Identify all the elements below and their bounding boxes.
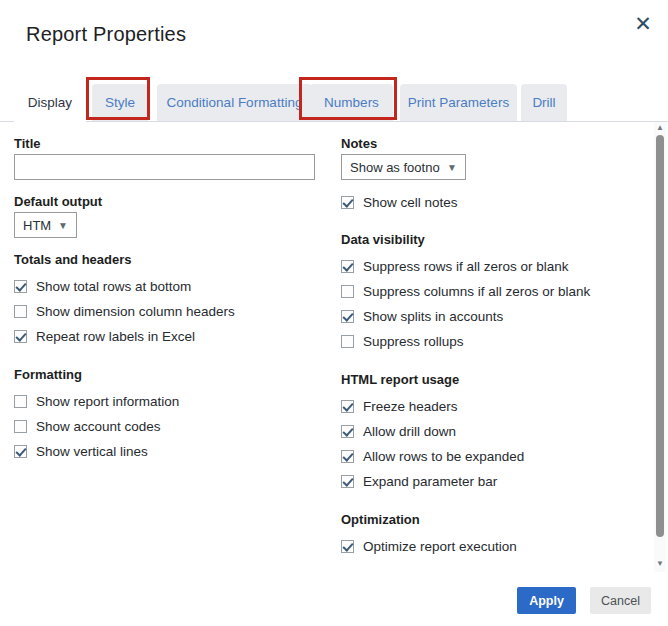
default-output-value: HTML bbox=[23, 218, 51, 233]
checkbox-row[interactable]: Suppress rollups bbox=[341, 333, 464, 349]
checkbox-row[interactable]: Expand parameter bar bbox=[341, 473, 497, 489]
checkbox-row[interactable]: Suppress columns if all zeros or blank bbox=[341, 283, 590, 299]
tab-strip-divider bbox=[0, 121, 668, 122]
checkbox-icon[interactable] bbox=[341, 400, 354, 413]
checkbox-label: Show vertical lines bbox=[36, 444, 148, 459]
section-formatting: Formatting bbox=[14, 367, 82, 382]
checkbox-label: Show account codes bbox=[36, 419, 161, 434]
scroll-down-icon[interactable]: ▼ bbox=[654, 558, 666, 570]
checkbox-icon[interactable] bbox=[14, 445, 27, 458]
chevron-down-icon: ▼ bbox=[447, 162, 457, 173]
cancel-button[interactable]: Cancel bbox=[590, 587, 651, 614]
checkbox-icon[interactable] bbox=[14, 420, 27, 433]
checkbox-icon[interactable] bbox=[341, 285, 354, 298]
checkbox-label: Show report information bbox=[36, 394, 179, 409]
checkbox-icon[interactable] bbox=[341, 260, 354, 273]
apply-button[interactable]: Apply bbox=[517, 587, 576, 614]
notes-label: Notes bbox=[341, 136, 377, 151]
checkbox-label: Optimize report execution bbox=[363, 539, 517, 554]
checkbox-label: Show splits in accounts bbox=[363, 309, 503, 324]
notes-value: Show as footnot... bbox=[350, 160, 440, 175]
checkbox-row[interactable]: Freeze headers bbox=[341, 398, 458, 414]
chevron-down-icon: ▼ bbox=[58, 220, 68, 231]
checkbox-row[interactable]: Allow drill down bbox=[341, 423, 456, 439]
checkbox-icon[interactable] bbox=[341, 335, 354, 348]
checkbox-icon[interactable] bbox=[14, 305, 27, 318]
checkbox-label: Allow drill down bbox=[363, 424, 456, 439]
checkbox-icon[interactable] bbox=[341, 475, 354, 488]
checkbox-label: Show total rows at bottom bbox=[36, 279, 191, 294]
checkbox-row[interactable]: Allow rows to be expanded bbox=[341, 448, 524, 464]
tab-drill[interactable]: Drill bbox=[521, 84, 567, 121]
checkbox-label: Show cell notes bbox=[363, 195, 458, 210]
tab-numbers[interactable]: Numbers bbox=[310, 84, 393, 121]
checkbox-label: Show dimension column headers bbox=[36, 304, 235, 319]
checkbox-icon[interactable] bbox=[341, 196, 354, 209]
checkbox-label: Repeat row labels in Excel bbox=[36, 329, 195, 344]
checkbox-row[interactable]: Optimize report execution bbox=[341, 538, 517, 554]
checkbox-label: Suppress rows if all zeros or blank bbox=[363, 259, 569, 274]
tab-style[interactable]: Style bbox=[92, 84, 148, 121]
close-icon[interactable]: ✕ bbox=[629, 10, 657, 38]
checkbox-row[interactable]: Show dimension column headers bbox=[14, 303, 235, 319]
dialog-title: Report Properties bbox=[26, 23, 186, 46]
report-properties-dialog: Report Properties ✕ Display Style Condit… bbox=[0, 0, 668, 626]
checkbox-row[interactable]: Show total rows at bottom bbox=[14, 278, 191, 294]
checkbox-icon[interactable] bbox=[341, 540, 354, 553]
scroll-up-icon[interactable]: ▲ bbox=[654, 122, 666, 134]
section-html-report-usage: HTML report usage bbox=[341, 372, 459, 387]
checkbox-row[interactable]: Show splits in accounts bbox=[341, 308, 503, 324]
section-totals-and-headers: Totals and headers bbox=[14, 252, 132, 267]
tab-print-parameters[interactable]: Print Parameters bbox=[400, 84, 517, 121]
default-output-label: Default output bbox=[14, 194, 102, 209]
checkbox-icon[interactable] bbox=[14, 330, 27, 343]
checkbox-label: Suppress rollups bbox=[363, 334, 464, 349]
checkbox-row[interactable]: Show report information bbox=[14, 393, 179, 409]
title-field-label: Title bbox=[14, 136, 41, 151]
section-optimization: Optimization bbox=[341, 512, 420, 527]
notes-select[interactable]: Show as footnot... ▼ bbox=[341, 154, 466, 180]
checkbox-row[interactable]: Show vertical lines bbox=[14, 443, 148, 459]
checkbox-label: Expand parameter bar bbox=[363, 474, 497, 489]
title-input[interactable] bbox=[14, 154, 315, 180]
checkbox-icon[interactable] bbox=[341, 450, 354, 463]
tab-conditional-formatting[interactable]: Conditional Formatting bbox=[157, 84, 312, 121]
checkbox-icon[interactable] bbox=[14, 280, 27, 293]
checkbox-row[interactable]: Repeat row labels in Excel bbox=[14, 328, 195, 344]
tab-display[interactable]: Display bbox=[14, 84, 86, 122]
section-data-visibility: Data visibility bbox=[341, 232, 425, 247]
checkbox-row[interactable]: Show cell notes bbox=[341, 194, 458, 210]
checkbox-label: Allow rows to be expanded bbox=[363, 449, 524, 464]
checkbox-label: Freeze headers bbox=[363, 399, 458, 414]
scrollbar-thumb[interactable] bbox=[656, 135, 664, 537]
vertical-scrollbar[interactable]: ▲ ▼ bbox=[654, 122, 666, 572]
checkbox-label: Suppress columns if all zeros or blank bbox=[363, 284, 590, 299]
default-output-select[interactable]: HTML ▼ bbox=[14, 212, 77, 238]
checkbox-icon[interactable] bbox=[341, 425, 354, 438]
checkbox-icon[interactable] bbox=[14, 395, 27, 408]
checkbox-icon[interactable] bbox=[341, 310, 354, 323]
checkbox-row[interactable]: Show account codes bbox=[14, 418, 161, 434]
checkbox-row[interactable]: Suppress rows if all zeros or blank bbox=[341, 258, 569, 274]
